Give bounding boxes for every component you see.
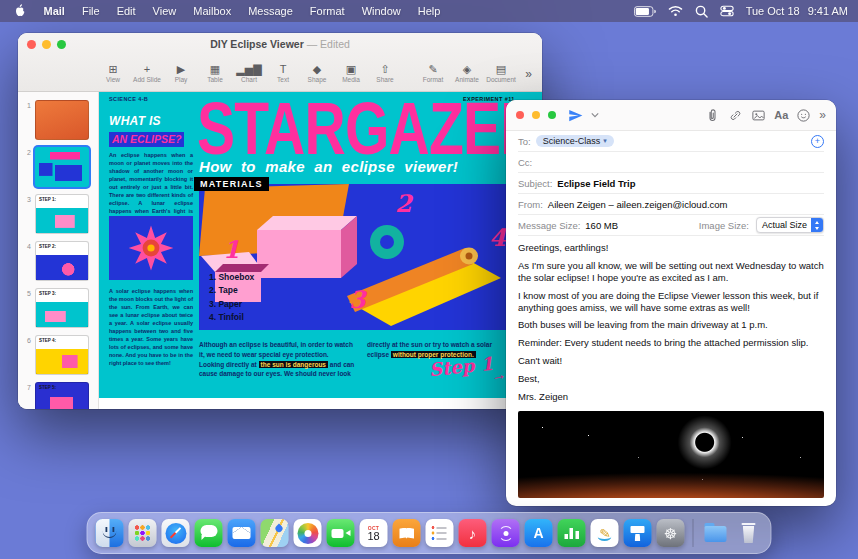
dock-folders xyxy=(702,519,763,547)
toolbar-overflow-chevron-icon[interactable]: » xyxy=(521,65,536,83)
dock-icon-downloads[interactable] xyxy=(702,519,730,547)
dock-icon-safari[interactable] xyxy=(162,519,190,547)
keynote-tool-animate[interactable]: ◈ Animate xyxy=(450,63,484,83)
dock-icon-facetime[interactable] xyxy=(327,519,355,547)
keynote-tool-text[interactable]: T Text xyxy=(266,63,300,83)
link-icon[interactable] xyxy=(728,108,743,123)
dock-icon-numbers[interactable] xyxy=(558,519,586,547)
slide-thumbnail[interactable] xyxy=(35,100,89,140)
dock-icon-app-store[interactable] xyxy=(525,519,553,547)
menu-item[interactable]: Window xyxy=(353,5,409,17)
slide-thumb-2[interactable]: 2 xyxy=(18,147,92,187)
keynote-tool-view[interactable]: ⊞ View xyxy=(96,63,130,83)
slide-canvas[interactable]: SCIENCE 4-B EXPERIMENT #11 STARGAZER How… xyxy=(99,92,542,409)
message-body-area[interactable]: Greetings, earthlings!As I'm sure you al… xyxy=(506,236,836,506)
dock-icon-photos[interactable] xyxy=(294,519,322,547)
image-size-popup[interactable]: Actual Size xyxy=(756,217,824,233)
keynote-tool-table[interactable]: ▦ Table xyxy=(198,63,232,83)
dock-icon-mail[interactable] xyxy=(228,519,256,547)
dock-icon-podcasts[interactable] xyxy=(492,519,520,547)
send-button[interactable] xyxy=(568,108,583,123)
slide-thumbnail-label: STEP 1: xyxy=(39,197,56,202)
dock-icon-keynote[interactable] xyxy=(624,519,652,547)
menu-item[interactable]: Edit xyxy=(108,5,144,17)
recipient-pill[interactable]: Science-Class xyxy=(536,135,614,148)
keynote-tool-play[interactable]: ▶ Play xyxy=(164,63,198,83)
message-body[interactable]: Greetings, earthlings!As I'm sure you al… xyxy=(506,236,836,409)
dock-icon-finder[interactable] xyxy=(96,519,124,547)
slide-thumb-1[interactable]: 1 xyxy=(18,100,92,140)
close-button[interactable] xyxy=(516,111,524,119)
insert-photo-icon[interactable] xyxy=(751,108,766,123)
toolbar-button-icon: ▂▅▇ xyxy=(236,63,261,75)
menu-item[interactable]: Mailbox xyxy=(185,5,240,17)
keynote-tool-format[interactable]: ✎ Format xyxy=(416,63,450,83)
dock-icon-launchpad[interactable] xyxy=(129,519,157,547)
message-paragraph: Best, xyxy=(518,373,824,385)
from-field[interactable]: From: Aileen Zeigen – aileen.zeigen@iclo… xyxy=(518,194,824,215)
menu-item[interactable]: View xyxy=(144,5,185,17)
dock-icon-music[interactable] xyxy=(459,519,487,547)
apple-menu[interactable] xyxy=(10,4,35,18)
fullscreen-button[interactable] xyxy=(548,111,556,119)
toolbar-button-icon: ⇧ xyxy=(380,63,389,75)
keynote-tool-shape[interactable]: ◆ Shape xyxy=(300,63,334,83)
message-paragraph: I know most of you are doing the Eclipse… xyxy=(518,290,824,314)
minimize-button[interactable] xyxy=(532,111,540,119)
format-text-icon[interactable]: Aa xyxy=(774,109,788,121)
toolbar-overflow-chevron-icon[interactable]: » xyxy=(819,108,826,122)
dock-icon-maps[interactable] xyxy=(261,519,289,547)
slide-thumb-6[interactable]: 6 STEP 4: xyxy=(18,335,92,375)
slide-thumb-4[interactable]: 4 STEP 2: xyxy=(18,241,92,281)
subject-field[interactable]: Subject: Eclipse Field Trip xyxy=(518,173,824,194)
slide-thumbnail-label: STEP 3: xyxy=(39,291,56,296)
slide-thumbnail[interactable]: STEP 1: xyxy=(35,194,89,234)
keynote-tool-document[interactable]: ▤ Document xyxy=(484,63,518,83)
dock-icon-books[interactable] xyxy=(393,519,421,547)
slide-thumbnail[interactable]: STEP 2: xyxy=(35,241,89,281)
dock-icon-freeform[interactable] xyxy=(591,519,619,547)
spotlight-icon[interactable] xyxy=(695,5,708,18)
minimize-button[interactable] xyxy=(42,40,51,49)
dock-icon-settings[interactable] xyxy=(657,519,685,547)
slide-thumb-7[interactable]: 7 STEP 5: xyxy=(18,382,92,409)
menu-item[interactable]: Format xyxy=(301,5,353,17)
emoji-icon[interactable] xyxy=(796,108,811,123)
keynote-tool-share[interactable]: ⇧ Share xyxy=(368,63,402,83)
dock-icon-messages[interactable] xyxy=(195,519,223,547)
keynote-titlebar[interactable]: DIY Eclipse Viewer — Edited xyxy=(18,33,542,55)
send-options-chevron-icon[interactable] xyxy=(591,112,599,118)
menu-item[interactable]: Message xyxy=(240,5,302,17)
fullscreen-button[interactable] xyxy=(57,40,66,49)
slide-thumbnail[interactable]: STEP 4: xyxy=(35,335,89,375)
slide-thumbnail[interactable]: STEP 5: xyxy=(35,382,89,409)
menu-item[interactable]: Help xyxy=(409,5,449,17)
message-size-label: Message Size: xyxy=(518,220,580,231)
keynote-tool-add-slide[interactable]: + Add Slide xyxy=(130,63,164,83)
keynote-tool-media[interactable]: ▣ Media xyxy=(334,63,368,83)
cc-field[interactable]: Cc: xyxy=(518,152,824,173)
attach-icon[interactable] xyxy=(705,108,720,123)
wifi-icon[interactable] xyxy=(668,5,683,17)
dock-icon-trash[interactable] xyxy=(735,519,763,547)
dock-icon-reminders[interactable] xyxy=(426,519,454,547)
add-recipient-icon[interactable] xyxy=(811,135,824,148)
slide-thumb-3[interactable]: 3 STEP 1: xyxy=(18,194,92,234)
slide-thumbnail[interactable] xyxy=(35,147,89,187)
desktop: MailFileEditViewMailboxMessageFormatWind… xyxy=(0,0,858,559)
menu-item[interactable]: Mail xyxy=(35,5,73,17)
control-center-icon[interactable] xyxy=(720,4,734,18)
menu-item[interactable]: File xyxy=(73,5,108,17)
poster-paragraph-1: An eclipse happens when a moon or planet… xyxy=(109,152,193,224)
close-button[interactable] xyxy=(27,40,36,49)
paper-plane-icon xyxy=(568,108,583,123)
slide-thumbnail[interactable]: STEP 3: xyxy=(35,288,89,328)
keynote-tool-chart[interactable]: ▂▅▇ Chart xyxy=(232,63,266,83)
slide-thumb-5[interactable]: 5 STEP 3: xyxy=(18,288,92,328)
battery-icon[interactable] xyxy=(634,6,656,17)
dock-icon-calendar[interactable]: OCT 18 xyxy=(360,519,388,547)
menu-bar-clock[interactable]: 9:41 AM xyxy=(808,5,848,17)
eclipse-photo-attachment[interactable] xyxy=(518,411,824,498)
to-field[interactable]: To: Science-Class xyxy=(518,131,824,152)
menu-bar-date[interactable]: Tue Oct 18 xyxy=(746,5,800,17)
